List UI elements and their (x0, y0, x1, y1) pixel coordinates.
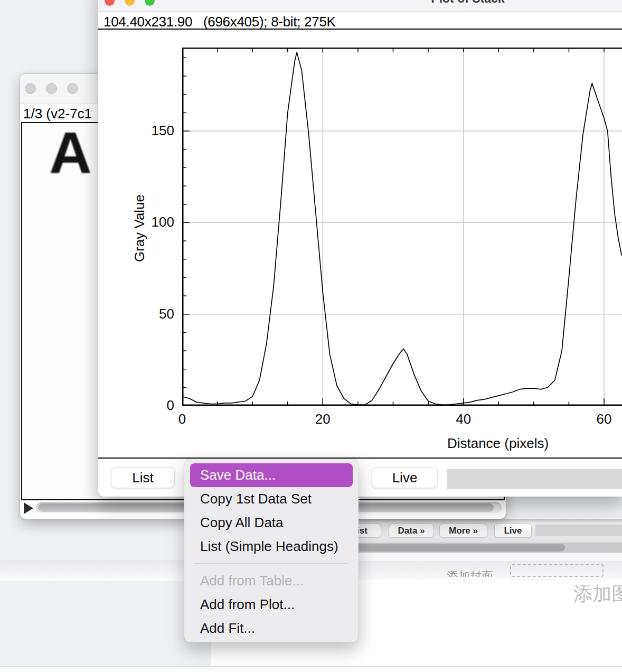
y-tick-label: 100 (143, 214, 174, 230)
bg-more-button-label: More » (449, 526, 478, 536)
menu-item-label: Copy All Data (200, 515, 284, 531)
menu-item-save-data[interactable]: Save Data... (190, 463, 353, 487)
screen: ist Data » More » Live 添加封面 添加图 1/3 (v2-… (0, 0, 622, 672)
bg-list-button-label: ist (357, 526, 367, 536)
image-content-letter: A (49, 124, 92, 183)
play-icon[interactable] (24, 502, 33, 514)
y-tick-label: 150 (143, 123, 174, 139)
menu-item-add-from-table: Add from Table... (190, 569, 353, 593)
plot-info-line: 104.40x231.90 (696x405); 8-bit; 275K (103, 14, 336, 30)
profile-line (182, 52, 621, 405)
bg-window-footer (341, 553, 622, 561)
bg-data-button-label: Data » (398, 526, 425, 536)
y-tick-label: 50 (143, 306, 174, 322)
add-image-label[interactable]: 添加图 (573, 581, 622, 607)
zoom-button-inactive[interactable] (67, 83, 78, 94)
minimize-button-inactive[interactable] (46, 83, 57, 94)
menu-item-label: Add Fit... (200, 620, 255, 637)
add-cover-dropzone[interactable] (510, 564, 604, 577)
x-tick-label: 20 (304, 411, 341, 427)
menu-item-label: Add from Table... (200, 573, 304, 589)
x-tick-label: 40 (445, 411, 482, 427)
menu-item-label: List (Simple Headings) (200, 538, 338, 555)
plot-frame (183, 48, 622, 405)
minimize-button[interactable] (125, 0, 135, 6)
list-button-label: List (132, 470, 153, 486)
menu-item-list-simple-headings[interactable]: List (Simple Headings) (190, 535, 353, 558)
menu-separator (190, 558, 353, 569)
live-button[interactable]: Live (372, 467, 438, 488)
x-tick-label: 60 (586, 411, 622, 427)
x-axis-title: Distance (pixels) (392, 435, 604, 452)
menu-item-label: Add from Plot... (200, 596, 295, 613)
live-button-label: Live (392, 470, 418, 486)
plot-area: Distance (pixels) Gray Value 02040600501… (182, 48, 622, 406)
menu-item-label: Save Data... (200, 467, 276, 483)
window-title: Plot of Stack (394, 0, 542, 6)
menu-item-copy-all-data[interactable]: Copy All Data (190, 511, 353, 535)
y-tick-label: 0 (143, 397, 174, 414)
zoom-button[interactable] (145, 0, 155, 6)
background-bottom (0, 667, 622, 672)
context-menu: Save Data... Copy 1st Data Set Copy All … (184, 459, 359, 642)
bg-readout-bar (535, 525, 622, 536)
bg-data-button[interactable]: Data » (389, 524, 434, 538)
bg-live-button[interactable]: Live (494, 524, 532, 538)
menu-item-copy-1st-data-set[interactable]: Copy 1st Data Set (190, 487, 353, 511)
menu-item-label: Copy 1st Data Set (200, 491, 312, 507)
bg-live-button-label: Live (504, 526, 522, 536)
menu-item-add-from-plot[interactable]: Add from Plot... (190, 593, 353, 617)
add-cover-label[interactable]: 添加封面 (447, 570, 493, 577)
close-button-inactive[interactable] (25, 83, 36, 94)
list-button[interactable]: List (111, 467, 175, 488)
bg-scrollbar-thumb[interactable] (341, 544, 565, 552)
plot-window-titlebar[interactable]: Plot of Stack (98, 0, 622, 12)
add-cover-label-clip: 添加封面 (447, 568, 506, 577)
close-button[interactable] (105, 0, 115, 6)
menu-item-add-fit[interactable]: Add Fit... (190, 617, 353, 640)
value-readout-bar (447, 469, 622, 489)
bg-more-button[interactable]: More » (439, 524, 487, 538)
plot-canvas[interactable] (182, 48, 622, 406)
